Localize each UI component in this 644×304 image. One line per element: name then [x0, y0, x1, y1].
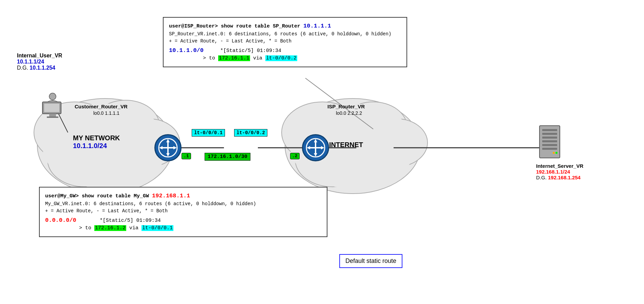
my-network-subnet: 10.1.1.0/24 — [73, 142, 120, 150]
isp-route-via-text: via — [253, 55, 262, 61]
my-gw-route-via-prefix: > to — [79, 225, 91, 231]
svg-rect-40 — [542, 137, 557, 139]
svg-marker-33 — [314, 153, 317, 157]
isp-route-prefix: 10.1.1.0/0 — [169, 47, 204, 54]
svg-marker-28 — [173, 146, 177, 149]
internal-user-dg-label: D.G. — [17, 65, 28, 71]
my-gw-terminal-box: user@My_GW> show route table My_GW 192.1… — [39, 187, 327, 237]
my-network-label: MY NETWORK 10.1.1.0/24 — [73, 134, 120, 150]
internal-user-dg-ip: 10.1.1.254 — [30, 65, 55, 71]
svg-marker-34 — [307, 146, 310, 149]
svg-rect-39 — [542, 133, 557, 135]
user-icon — [41, 92, 64, 119]
default-static-route-box: Default static route — [339, 254, 402, 268]
my-network-name: MY NETWORK — [73, 134, 120, 142]
isp-route-via-ip: 172.16.1.1 — [218, 55, 250, 61]
dot2-label: .2 — [290, 153, 300, 159]
internet-server-vr-label: Internet_Server_VR 192.168.1.1/24 D.G. 1… — [536, 163, 583, 180]
isp-terminal-title-ip: 10.1.1.1 — [303, 23, 331, 29]
svg-point-9 — [366, 119, 428, 166]
isp-terminal-box: user@ISP_Router> show route table SP_Rou… — [163, 17, 407, 67]
internet-server-vr-subnet: 192.168.1.1/24 — [536, 169, 583, 175]
my-gw-terminal-title-ip: 192.168.1.1 — [152, 193, 190, 199]
isp-router — [302, 134, 329, 161]
internet-label: INTERNET — [329, 141, 363, 149]
svg-marker-35 — [321, 146, 324, 149]
isp-route-via-iface: lt-0/0/0.2 — [265, 55, 297, 61]
my-gw-route-via-iface: lt-0/0/0.1 — [141, 225, 173, 231]
isp-router-vr-name: ISP_Router_VR — [327, 104, 365, 109]
iface-lt-right-label: lt-0/0/0.2 — [234, 129, 267, 137]
my-gw-terminal-title: user@My_GW> show route table My_GW — [45, 193, 149, 199]
svg-rect-43 — [542, 148, 557, 150]
svg-rect-19 — [44, 104, 59, 112]
svg-point-22 — [49, 93, 56, 100]
isp-router-vr-lo: lo0.0 2.2.2.2 — [336, 110, 362, 116]
customer-router-vr-lo: lo0.0 1.1.1.1 — [93, 110, 119, 116]
internal-user-vr-label: Internal_User_VR 10.1.1.1/24 D.G. 10.1.1… — [17, 53, 62, 71]
my-gw-terminal-line2: + = Active Route, - = Last Active, * = B… — [45, 208, 321, 215]
svg-rect-21 — [47, 117, 58, 118]
iface-subnet-label: 172.16.1.0/30 — [205, 153, 250, 161]
my-gw-route-prefix: 0.0.0.0/0 — [45, 217, 76, 223]
my-gw-route-via-ip: 172.16.1.2 — [94, 225, 126, 231]
my-gw-terminal-line1: My_GW_VR.inet.0: 6 destinations, 6 route… — [45, 200, 321, 208]
internet-server-dg-label: D.G. — [536, 175, 547, 180]
isp-route-detail: *[Static/5] 01:09:34 — [220, 48, 281, 54]
server-icon — [536, 124, 563, 161]
svg-rect-42 — [542, 144, 557, 146]
isp-route-via-prefix: > to — [203, 55, 215, 61]
svg-rect-20 — [49, 114, 56, 117]
default-static-route-label: Default static route — [345, 257, 396, 264]
isp-terminal-line1: SP_Router_VR.inet.0: 6 destinations, 6 r… — [169, 31, 401, 38]
svg-marker-32 — [314, 139, 317, 142]
svg-marker-25 — [166, 139, 170, 142]
svg-point-45 — [553, 152, 555, 154]
iface-lt-left-label: lt-0/0/0.1 — [192, 129, 225, 137]
isp-terminal-line2: + = Active Route, - = Last Active, * = B… — [169, 38, 401, 45]
customer-router — [154, 134, 182, 161]
my-gw-route-detail: *[Static/5] 01:09:34 — [100, 218, 161, 223]
svg-marker-26 — [166, 153, 170, 157]
internal-user-vr-subnet: 10.1.1.1/24 — [17, 59, 62, 65]
svg-point-44 — [555, 152, 557, 154]
my-gw-route-via-text: via — [129, 225, 138, 231]
isp-terminal-title: user@ISP_Router> show route table SP_Rou… — [169, 23, 300, 29]
internet-name: INTERNET — [329, 141, 363, 149]
internet-server-dg-ip: 192.168.1.254 — [548, 175, 581, 180]
svg-rect-41 — [542, 140, 557, 142]
svg-marker-27 — [159, 146, 163, 149]
internal-user-vr-name: Internal_User_VR — [17, 53, 62, 59]
svg-rect-38 — [542, 129, 557, 131]
internet-server-vr-name: Internet_Server_VR — [536, 163, 583, 169]
customer-router-vr-name: Customer_Router_VR — [75, 104, 128, 109]
dot1-label: .1 — [182, 153, 191, 159]
